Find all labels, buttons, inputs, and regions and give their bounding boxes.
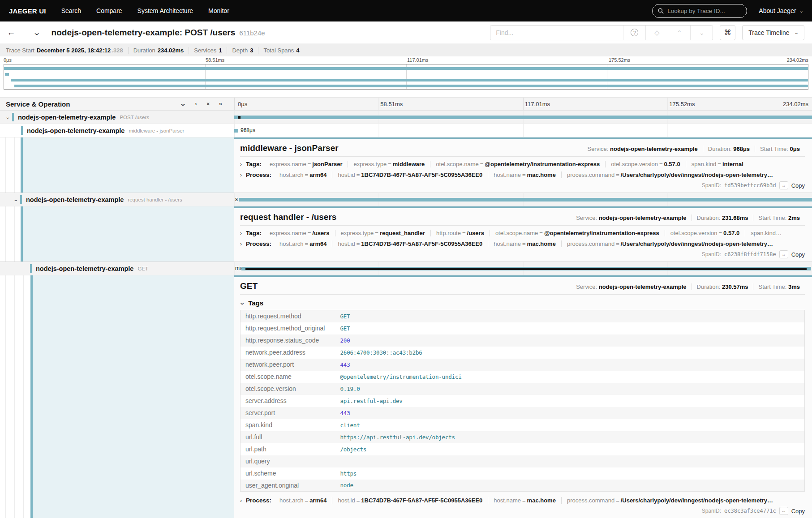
- deep-link-button[interactable]: ⇔: [779, 181, 788, 189]
- collapse-one-icon[interactable]: ⌄: [180, 97, 186, 111]
- span-detail-indent: [0, 275, 234, 518]
- deep-link-button[interactable]: ⇔: [779, 250, 788, 258]
- span-detail-title: GET: [240, 281, 258, 291]
- process-toggle-row[interactable]: › Process: host.arch=arm64host.id=1BC74D…: [240, 171, 805, 178]
- trace-view-label: Trace Timeline: [748, 29, 789, 36]
- chevron-down-icon[interactable]: ⌄: [10, 197, 22, 202]
- span-color-bar: [30, 264, 32, 273]
- chevron-down-icon: ⌄: [799, 9, 804, 13]
- tag-table-row: otel.scope.name@opentelemetry/instrument…: [241, 371, 805, 383]
- tags-section-toggle[interactable]: ⌄ Tags: [240, 299, 805, 307]
- top-nav: JAEGER UI SearchCompareSystem Architectu…: [0, 0, 812, 21]
- copy-span-id-button[interactable]: Copy: [791, 251, 805, 258]
- minimap-tick: 175.52ms: [609, 57, 630, 63]
- span-operation: GET: [137, 266, 148, 271]
- span-detail-panel: GET Service: nodejs-open-telemetry-examp…: [234, 275, 812, 518]
- find-help-button[interactable]: ?: [623, 26, 645, 40]
- tags-toggle-row[interactable]: › Tags: express.name=/usersexpress.type=…: [240, 230, 805, 236]
- span-row-middleware-jsonparser[interactable]: nodejs-open-telemetry-example middleware…: [0, 124, 812, 137]
- trace-lookup-box[interactable]: [652, 4, 747, 18]
- process-pill: host.arch=arm64: [274, 497, 332, 504]
- span-bar-cell[interactable]: ms: [234, 262, 812, 275]
- trace-start: Trace StartDecember 5 2025, 18:42:12.328: [1, 47, 128, 54]
- tag-table-row: network.peer.address2606:4700:3030::ac43…: [241, 347, 805, 359]
- nav-item[interactable]: Monitor: [208, 7, 229, 14]
- chevron-down-icon[interactable]: ⌄: [2, 115, 14, 120]
- chevron-down-icon: ⌄: [33, 29, 41, 36]
- about-jaeger-menu[interactable]: About Jaeger ⌄: [759, 7, 803, 14]
- nav-item[interactable]: Search: [61, 7, 81, 14]
- span-color-bar: [21, 126, 23, 135]
- copy-span-id-button[interactable]: Copy: [791, 508, 805, 514]
- process-toggle-row[interactable]: › Process: host.arch=arm64host.id=1BC74D…: [240, 497, 805, 504]
- span-id-value: c6238f8ffdf7158e: [724, 251, 776, 257]
- span-row-get[interactable]: nodejs-open-telemetry-example GET ms: [0, 262, 812, 275]
- span-bar-cell[interactable]: [234, 111, 812, 124]
- shortcuts-button[interactable]: ⌘: [720, 25, 735, 40]
- focus-match-button[interactable]: ◇: [645, 26, 668, 40]
- process-pill: host.name=mac.home: [488, 497, 561, 504]
- tag-value: GET: [335, 310, 805, 322]
- span-id-value: fd539beffcc69b3d: [724, 182, 776, 189]
- tag-key: http.response.status_code: [241, 334, 335, 347]
- span-id-label: SpanID:: [702, 508, 721, 514]
- tag-pill: otel.scope.name=@opentelemetry/instrumen…: [430, 161, 605, 167]
- nav-item[interactable]: System Architecture: [137, 7, 193, 14]
- expand-one-icon[interactable]: ›: [195, 97, 197, 111]
- span-detail-indent: [0, 137, 234, 193]
- span-row-request-handler[interactable]: ⌄ nodejs-open-telemetry-example request …: [0, 193, 812, 206]
- span-id-value: ec38c3af3ce4771c: [724, 508, 776, 514]
- collapse-trace-chevron[interactable]: ⌄: [33, 29, 41, 37]
- tags-toggle-row[interactable]: › Tags: express.name=jsonParserexpress.t…: [240, 161, 805, 167]
- span-duration-bar: [234, 116, 812, 119]
- span-service: nodejs-open-telemetry-example: [18, 114, 116, 121]
- link-icon: ⇔: [782, 509, 786, 514]
- chevron-up-icon: ⌃: [677, 29, 682, 36]
- span-id-row: SpanID: ec38c3af3ce4771c ⇔ Copy: [240, 507, 805, 515]
- trace-lookup-input[interactable]: [667, 8, 741, 14]
- span-detail-panel: middleware - jsonParser Service: nodejs-…: [234, 137, 812, 193]
- tag-key: http.request.method_original: [241, 322, 335, 334]
- collapse-all-icon[interactable]: »: [201, 102, 215, 105]
- chevron-down-icon: ⌄: [239, 300, 245, 306]
- tags-pills: express.name=/usersexpress.type=request_…: [264, 230, 787, 236]
- span-detail-row: GET Service: nodejs-open-telemetry-examp…: [0, 275, 812, 518]
- span-grid-header: Service & Operation ⌄ › » » 0μs 58.51ms …: [0, 97, 812, 111]
- spacer: [0, 90, 812, 97]
- trace-view-select[interactable]: Trace Timeline ⌄: [742, 25, 804, 40]
- process-pill: process.command=/Users/charlypoly/dev/in…: [561, 497, 778, 504]
- trace-title-text: nodejs-open-telemetry-example: POST /use…: [52, 28, 236, 37]
- tags-table: http.request.methodGEThttp.request.metho…: [240, 310, 805, 492]
- tag-table-row: otel.scope.version0.19.0: [241, 383, 805, 395]
- process-pill: host.arch=arm64: [274, 171, 332, 178]
- ruler-tick: 175.52ms: [669, 98, 695, 111]
- deep-link-button[interactable]: ⇔: [779, 507, 788, 515]
- span-service: nodejs-open-telemetry-example: [36, 265, 133, 272]
- prev-match-button[interactable]: ⌃: [668, 26, 690, 40]
- span-detail-title: request handler - /users: [240, 212, 336, 222]
- process-label: Process:: [246, 240, 271, 247]
- trace-total-spans: Total Spans4: [258, 47, 304, 54]
- expand-all-icon[interactable]: »: [219, 97, 222, 111]
- copy-span-id-button[interactable]: Copy: [791, 182, 805, 189]
- span-bar-cell[interactable]: s: [234, 193, 812, 206]
- process-pill: host.name=mac.home: [488, 171, 561, 178]
- tag-pill: express.type=middleware: [348, 161, 430, 167]
- nav-item[interactable]: Compare: [96, 7, 122, 14]
- span-bar-cell[interactable]: 968μs: [234, 124, 812, 137]
- timeline-minimap[interactable]: [4, 64, 808, 90]
- find-input[interactable]: [490, 26, 623, 40]
- span-row-post-users[interactable]: ⌄ nodejs-open-telemetry-example POST /us…: [0, 111, 812, 124]
- process-toggle-row[interactable]: › Process: host.arch=arm64host.id=1BC74D…: [240, 240, 805, 247]
- tag-value: /objects: [335, 443, 805, 455]
- next-match-button[interactable]: ⌄: [690, 26, 713, 40]
- tag-pill: http.route=/users: [430, 230, 490, 236]
- span-detail-title: middleware - jsonParser: [240, 143, 339, 153]
- chevron-right-icon: ›: [240, 161, 242, 167]
- span-detail-row: middleware - jsonParser Service: nodejs-…: [0, 137, 812, 193]
- chevron-right-icon: ›: [240, 230, 242, 236]
- ruler-tick: 234.02ms: [783, 98, 808, 111]
- ruler-tick: 58.51ms: [380, 98, 403, 111]
- app-brand[interactable]: JAEGER UI: [9, 7, 46, 15]
- back-button[interactable]: ←: [0, 21, 22, 43]
